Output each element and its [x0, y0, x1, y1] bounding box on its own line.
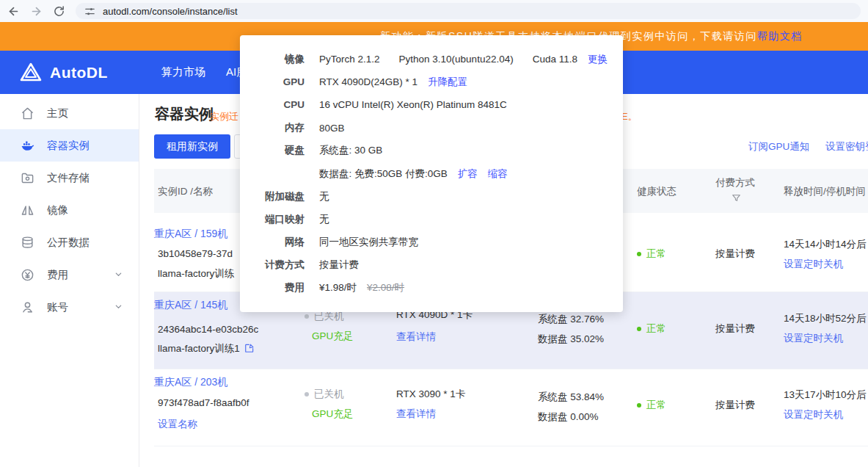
network-value: 同一地区实例共享带宽	[319, 236, 418, 249]
popover-label: 计费方式	[240, 258, 304, 272]
rent-new-instance-button[interactable]: 租用新实例	[154, 134, 230, 159]
sidebar-item-label: 容器实例	[47, 139, 90, 153]
nav-compute-market[interactable]: 算力市场	[161, 51, 205, 94]
instance-name: llama-factory训练1	[158, 342, 255, 355]
instance-id: 3b10458e79-37d	[158, 248, 233, 259]
popover-label: 端口映射	[240, 213, 304, 226]
notice-fragment-left: 实例迁	[210, 110, 238, 123]
edit-name-icon[interactable]	[244, 343, 255, 353]
popover-label: 费用	[240, 281, 304, 294]
popover-row-network: 网络 同一地区实例共享带宽	[240, 231, 623, 254]
sidebar-item-images[interactable]: 镜像	[0, 194, 139, 226]
set-shutdown-timer-link[interactable]: 设置定时关机	[784, 408, 843, 421]
url-text[interactable]: autodl.com/console/instance/list	[103, 6, 238, 17]
back-icon[interactable]	[7, 5, 20, 18]
popover-row-disk-data: 数据盘: 免费:50GB 付费:0GB扩容缩容	[240, 162, 623, 185]
address-bar[interactable]: autodl.com/console/instance/list	[76, 3, 861, 19]
instance-detail-popover: 镜像 PyTorch 2.1.2 Python 3.10(ubuntu22.04…	[240, 35, 623, 312]
col-header-health: 健康状态	[637, 185, 676, 198]
popover-label: 内存	[240, 121, 304, 134]
filter-funnel-icon[interactable]	[732, 193, 741, 203]
instance-id: 973f478ad7-f8aafb0f	[158, 397, 249, 408]
sidebar-item-account[interactable]: 账号	[0, 291, 139, 323]
sidebar-item-billing[interactable]: 费用	[0, 258, 139, 291]
system-disk-usage: 系统盘 53.84%	[538, 391, 604, 404]
set-name-link[interactable]: 设置名称	[158, 418, 197, 431]
banner-help-doc-link[interactable]: 帮助文档	[757, 30, 803, 42]
popover-label: CPU	[240, 99, 304, 110]
sidebar-item-file-storage[interactable]: 文件存储	[0, 162, 139, 194]
page-title: 容器实例	[155, 104, 214, 124]
popover-row-cpu: CPU 16 vCPU Intel(R) Xeon(R) Platinum 84…	[240, 93, 623, 116]
instance-region-link[interactable]: 重庆A区 / 159机	[154, 228, 227, 241]
cost-current: ¥1.98/时	[319, 281, 357, 294]
sidebar-item-home[interactable]: 主页	[0, 97, 139, 129]
release-time: 13天17小时10分后	[784, 388, 867, 402]
popover-row-image: 镜像 PyTorch 2.1.2 Python 3.10(ubuntu22.04…	[240, 48, 623, 70]
chevron-down-icon	[114, 301, 123, 313]
col-header-release-time: 释放时间/停机时间	[784, 185, 866, 198]
expand-disk-link[interactable]: 扩容	[458, 167, 478, 181]
view-details-link[interactable]: 查看详情	[396, 330, 436, 344]
image-cuda: Cuda 11.8	[533, 54, 577, 65]
popover-label: 附加磁盘	[240, 190, 304, 203]
site-settings-icon[interactable]	[84, 6, 95, 17]
subscribe-gpu-notify-link[interactable]: 订阅GPU通知	[748, 140, 809, 153]
popover-label: 网络	[240, 236, 304, 249]
billing-value: 按量计费	[319, 258, 359, 272]
popover-row-cost: 费用 ¥1.98/时¥2.08/时	[240, 277, 623, 300]
gpu-stock: GPU充足	[312, 408, 353, 421]
forward-icon[interactable]	[30, 5, 43, 18]
data-disk-usage: 数据盘 0.00%	[538, 410, 599, 424]
set-shutdown-timer-link[interactable]: 设置定时关机	[784, 258, 843, 271]
instance-id: 24364abc14-e03cb26c	[158, 324, 258, 335]
set-shutdown-timer-link[interactable]: 设置定时关机	[784, 332, 843, 345]
status-dot	[304, 392, 309, 397]
browser-toolbar: autodl.com/console/instance/list	[0, 0, 868, 22]
data-disk-usage: 数据盘 35.02%	[538, 333, 604, 346]
screen: autodl.com/console/instance/list 新功能：新版S…	[0, 0, 868, 467]
pay-mode: 按量计费	[715, 399, 755, 412]
status-dot	[637, 327, 641, 331]
system-disk-value: 系统盘: 30 GB	[319, 144, 382, 157]
upgrade-config-link[interactable]: 升降配置	[428, 76, 467, 89]
extra-disk-value: 无	[319, 190, 329, 203]
system-disk-usage: 系统盘 32.76%	[538, 313, 604, 326]
reload-icon[interactable]	[53, 5, 65, 18]
col-header-id-name: 实例ID /名称	[158, 185, 213, 198]
instance-region-link[interactable]: 重庆A区 / 203机	[154, 376, 227, 389]
mirror-icon	[21, 203, 34, 217]
popover-label: 镜像	[240, 53, 304, 66]
status-dot	[304, 314, 309, 319]
instance-region-link[interactable]: 重庆A区 / 145机	[154, 299, 227, 312]
popover-row-port: 端口映射 无	[240, 208, 623, 231]
yuan-circle-icon	[21, 268, 34, 282]
docker-icon	[21, 139, 34, 153]
brand[interactable]: AutoDL	[19, 51, 108, 94]
health-status: 正常	[637, 399, 666, 412]
change-image-link[interactable]: 更换	[588, 53, 608, 66]
port-value: 无	[319, 213, 329, 226]
image-python: Python 3.10(ubuntu22.04)	[399, 54, 514, 65]
pay-mode: 按量计费	[715, 247, 755, 261]
sidebar-item-public-data[interactable]: 公开数据	[0, 226, 139, 258]
view-details-link[interactable]: 查看详情	[396, 408, 436, 421]
cpu-value: 16 vCPU Intel(R) Xeon(R) Platinum 8481C	[319, 99, 507, 110]
popover-row-extra-disk: 附加磁盘 无	[240, 185, 623, 208]
set-ssh-key-link[interactable]: 设置密钥登	[825, 140, 868, 153]
popover-label: 硬盘	[240, 144, 304, 157]
popover-row-billing: 计费方式 按量计费	[240, 254, 623, 277]
autodl-logo-icon	[19, 62, 43, 84]
sidebar-item-instances[interactable]: 容器实例	[0, 129, 139, 162]
table-row[interactable]: 重庆A区 / 203机 973f478ad7-f8aafb0f 设置名称 已关机…	[154, 369, 868, 446]
data-disk-value: 数据盘: 免费:50GB 付费:0GB	[319, 167, 448, 181]
folder-icon	[21, 171, 34, 185]
image-framework: PyTorch 2.1.2	[319, 54, 380, 65]
shrink-disk-link[interactable]: 缩容	[488, 167, 508, 181]
cost-original: ¥2.08/时	[367, 281, 404, 294]
sidebar-item-label: 公开数据	[47, 236, 90, 250]
power-status: 已关机	[304, 388, 344, 401]
sidebar: 主页 容器实例 文件存储 镜像 公开数据 费用 账号	[0, 94, 139, 467]
notice-fragment-right: E。	[621, 110, 638, 123]
health-status: 正常	[637, 247, 666, 261]
